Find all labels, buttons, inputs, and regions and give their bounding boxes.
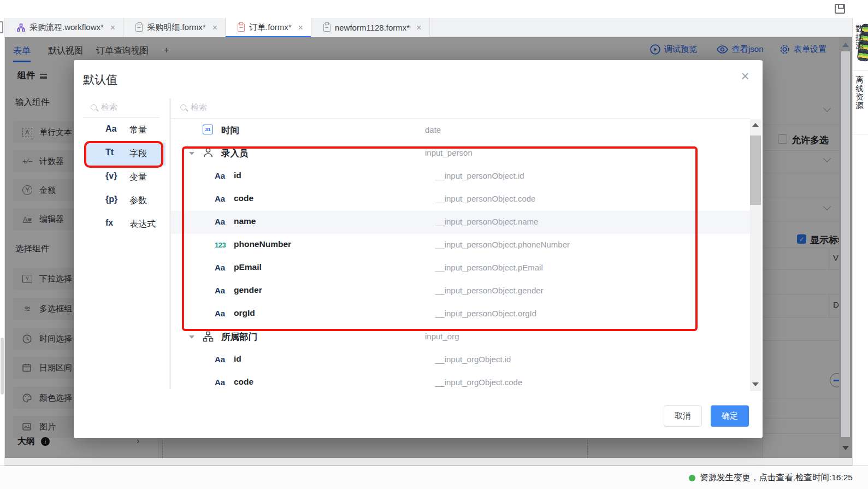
tab-close-icon[interactable]: × [298,23,303,33]
search-placeholder: 检索 [191,102,207,113]
field-search-input[interactable]: 检索 [180,102,207,113]
tab-close-icon[interactable]: × [212,23,217,33]
collapse-arrow-icon[interactable] [189,335,194,339]
field-row-orgid[interactable]: Aa orgId __input_personObject.orgId [171,303,761,326]
right-dock-strip: 数据源 离线资源 [852,18,868,466]
text-type-icon: Aa [215,309,225,318]
app-window: 采购流程.workflowx* × 采购明细.formx* × 订单.formx… [0,0,868,489]
workflow-icon [17,23,25,32]
scroll-down-arrow-icon[interactable] [842,446,849,450]
field-row-org-code[interactable]: Aa code __input_orgObject.code [171,372,761,389]
field-row-input-person[interactable]: 录入员 input_person [171,142,761,165]
window-top-strip [0,0,868,18]
person-icon [203,147,214,158]
constant-type-icon: Aa [105,124,116,134]
calendar-icon: 31 [203,125,213,134]
dialog-title: 默认值 [83,72,117,87]
document-tabbar: 采购流程.workflowx* × 采购明细.formx* × 订单.formx… [5,18,852,37]
statusbar: 资源发生变更，点击查看,检查时间:16:25 [0,466,868,489]
field-row-time[interactable]: 31 时间 date [171,119,761,142]
field-list: 31 时间 date 录入员 input_person Aa id __inpu… [171,119,761,389]
left-search-input[interactable]: 检索 [91,102,117,113]
tab-caigoumingxi[interactable]: 采购明细.formx* × [123,18,226,37]
offline-resource-dock-item[interactable]: 离线资源 [855,76,864,110]
form-icon [323,23,330,32]
status-dot-icon [689,475,695,481]
dialog-close-icon[interactable]: × [737,68,753,85]
source-item-variable[interactable]: {v} 变量 [83,166,161,188]
cancel-button[interactable]: 取消 [664,405,702,427]
field-row-phonenumber[interactable]: 123 phoneNumber __input_personObject.pho… [171,234,761,257]
scroll-down-arrow-icon[interactable] [752,382,759,386]
tab-label: 采购明细.formx* [147,22,206,33]
resource-changed-status[interactable]: 资源发生变更，点击查看,检查时间:16:25 [689,472,853,484]
search-placeholder: 检索 [101,102,117,113]
tab-close-icon[interactable]: × [110,23,115,33]
text-type-icon: Aa [215,217,225,226]
collapse-panel-icon[interactable] [0,21,3,33]
text-type-icon: Aa [215,286,225,295]
tab-label: newform1128.formx* [335,23,410,32]
variable-type-icon: {v} [105,171,117,181]
field-row-id[interactable]: Aa id __input_personObject.id [171,165,761,188]
tab-newform1128[interactable]: newform1128.formx* × [311,18,430,37]
list-scrollbar[interactable] [750,119,761,391]
left-scrollbar-thumb[interactable] [1,338,4,394]
scrollbar-thumb[interactable] [750,135,761,205]
field-row-input-org[interactable]: 所属部门 input_org [171,326,761,349]
field-row-name-highlighted[interactable]: Aa name __input_personObject.name [171,211,761,234]
scroll-up-arrow-icon[interactable] [842,43,849,47]
confirm-button[interactable]: 确定 [711,405,749,427]
datasource-dock-item[interactable]: 数据源 [855,25,864,50]
text-type-icon: Aa [215,378,225,387]
source-item-expression[interactable]: fx 表达式 [83,213,161,235]
field-row-org-id[interactable]: Aa id __input_orgObject.id [171,349,761,372]
source-item-parameter[interactable]: {p} 参数 [83,189,161,212]
search-icon [91,104,97,110]
text-type-icon: Aa [215,263,225,272]
collapse-arrow-icon[interactable] [189,152,194,155]
text-type-icon: Aa [215,171,225,180]
tab-dingdan-active[interactable]: 订单.formx* × [226,18,311,37]
field-row-pemail[interactable]: Aa pEmail __input_personObject.pEmail [171,257,761,280]
default-value-dialog: 默认值 × 检索 Aa 常量 Tt 字段 {v} 变量 {p} 参数 fx 表达… [74,60,763,438]
expression-type-icon: fx [105,218,113,228]
number-type-icon: 123 [215,241,226,249]
text-type-icon: Aa [215,355,225,364]
scroll-up-arrow-icon[interactable] [752,123,759,127]
source-item-field[interactable]: Tt 字段 [83,142,161,165]
scrollbar-thumb[interactable] [841,51,850,437]
source-item-constant[interactable]: Aa 常量 [83,119,161,142]
tab-workflow[interactable]: 采购流程.workflowx* × [5,18,123,37]
save-icon[interactable] [835,4,845,14]
form-icon-red [238,23,245,32]
tab-close-icon[interactable]: × [416,23,421,33]
bottom-strip [5,458,852,466]
main-vertical-scrollbar[interactable] [839,37,852,458]
field-row-code[interactable]: Aa code __input_personObject.code [171,188,761,211]
tab-label: 订单.formx* [249,22,292,33]
parameter-type-icon: {p} [105,195,117,204]
text-type-icon: Aa [215,194,225,203]
tab-label: 采购流程.workflowx* [29,22,104,33]
form-icon [135,23,143,32]
search-icon [180,104,186,110]
status-text: 资源发生变更，点击查看,检查时间:16:25 [700,472,853,484]
field-type-icon: Tt [105,148,114,157]
org-icon [203,331,214,342]
left-edge-strip [0,18,5,466]
field-row-gender[interactable]: Aa gender __input_personObject.gender [171,280,761,303]
